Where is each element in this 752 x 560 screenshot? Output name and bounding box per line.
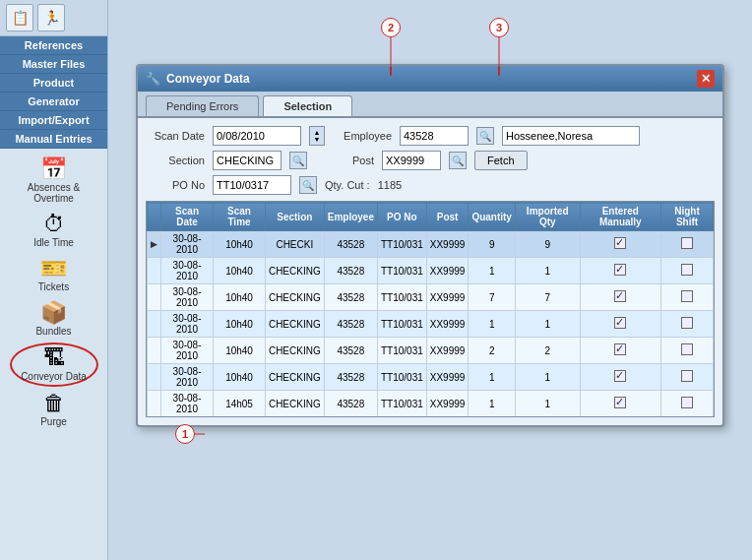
form-row-scan-date: Scan Date ▲▼ Employee 🔍 xyxy=(146,126,715,146)
cell-po-no: TT10/031 xyxy=(377,391,426,417)
section-search-button[interactable]: 🔍 xyxy=(289,152,307,169)
col-header-po-no[interactable]: PO No xyxy=(377,203,426,231)
qty-cut-label: Qty. Cut : xyxy=(325,179,370,191)
col-header-entered-manually[interactable]: Entered Manually xyxy=(580,203,660,231)
row-arrow-cell xyxy=(148,364,161,391)
cell-employee: 43528 xyxy=(324,311,377,338)
document-icon[interactable]: 📋 xyxy=(6,4,33,31)
tab-selection[interactable]: Selection xyxy=(263,95,352,116)
cell-imported-qty: 2 xyxy=(515,417,580,418)
nav-master-files[interactable]: Master Files xyxy=(0,55,107,74)
scan-date-input[interactable] xyxy=(213,126,301,146)
cell-employee: 43528 xyxy=(324,338,377,364)
col-header-night-shift[interactable]: Night Shift xyxy=(661,203,714,231)
sidebar-item-absences[interactable]: 📅 Absences &Overtime xyxy=(10,155,98,208)
cell-post: XX9999 xyxy=(426,391,469,417)
cell-entered-manually xyxy=(580,311,660,338)
cell-imported-qty: 9 xyxy=(515,231,580,258)
cell-employee: 43528 xyxy=(324,364,377,391)
col-header-employee[interactable]: Employee xyxy=(324,203,377,231)
col-header-section[interactable]: Section xyxy=(265,203,324,231)
nav-references[interactable]: References xyxy=(0,36,107,55)
table-row[interactable]: 30-08-2010 10h40 CHECKING 43528 TT10/031… xyxy=(148,258,714,284)
cell-scan-date: 30-08-2010 xyxy=(161,391,214,417)
cell-scan-time: 14h05 xyxy=(214,391,266,417)
cell-po-no: TT10/031 xyxy=(377,364,426,391)
conveyor-icon: 🏗 xyxy=(43,347,65,369)
sidebar-icon-list: 📅 Absences &Overtime ⏱ Idle Time 🎫 Ticke… xyxy=(0,149,107,560)
purge-label: Purge xyxy=(40,416,67,427)
col-header-imported-qty[interactable]: Imported Qty xyxy=(515,203,580,231)
cell-post: XX9999 xyxy=(426,417,469,418)
nav-product[interactable]: Product xyxy=(0,74,107,93)
table-row[interactable]: 30-08-2010 10h40 CHECKING 43528 TT10/031… xyxy=(148,338,714,364)
nav-generator[interactable]: Generator xyxy=(0,93,107,111)
post-search-button[interactable]: 🔍 xyxy=(449,152,467,169)
fetch-button[interactable]: Fetch xyxy=(474,151,528,170)
sidebar-item-purge[interactable]: 🗑 Purge xyxy=(10,389,98,431)
table-row[interactable]: 30-08-2010 14h05 CHECKING 43528 TT10/031… xyxy=(148,391,714,417)
nav-manual-entries[interactable]: Manual Entries xyxy=(0,130,107,149)
cell-quantity: 1 xyxy=(469,391,516,417)
dialog-title-text: Conveyor Data xyxy=(166,72,250,86)
data-table: Scan Date Scan Time Section Employee PO … xyxy=(147,202,714,417)
post-input[interactable] xyxy=(382,151,441,170)
cell-scan-time: 10h40 xyxy=(214,284,266,311)
table-row[interactable]: 30-08-2010 10h40 CHECKING 43528 TT10/031… xyxy=(148,284,714,311)
cell-po-no: TT10/031 xyxy=(377,338,426,364)
idle-time-icon: ⏱ xyxy=(43,214,65,235)
cell-entered-manually xyxy=(580,391,660,417)
sidebar-item-bundles[interactable]: 📦 Bundles xyxy=(10,298,98,341)
row-arrow-cell xyxy=(148,391,161,417)
employee-search-button[interactable]: 🔍 xyxy=(476,127,494,145)
run-icon[interactable]: 🏃 xyxy=(37,4,65,31)
sidebar-item-idle-time[interactable]: ⏱ Idle Time xyxy=(10,210,98,252)
employee-name-input[interactable] xyxy=(502,126,640,146)
col-header-post[interactable]: Post xyxy=(426,203,469,231)
pono-label: PO No xyxy=(146,179,205,191)
table-header-row: Scan Date Scan Time Section Employee PO … xyxy=(148,203,714,231)
cell-night-shift xyxy=(661,284,714,311)
tab-pending-errors[interactable]: Pending Errors xyxy=(146,95,259,116)
svg-marker-2 xyxy=(390,67,392,77)
form-row-section: Section 🔍 Post 🔍 Fetch xyxy=(146,151,715,170)
section-input[interactable] xyxy=(213,151,282,170)
pono-input[interactable] xyxy=(213,175,291,195)
cell-po-no: TT10/031 xyxy=(377,231,426,258)
cell-employee: 43528 xyxy=(324,284,377,311)
nav-import-export[interactable]: Import/Export xyxy=(0,111,107,130)
cell-post: XX9999 xyxy=(426,364,469,391)
table-row[interactable]: 30-08-2010 14h05 CHECKING 43528 TT10/031… xyxy=(148,417,714,418)
cell-night-shift xyxy=(661,391,714,417)
dialog-close-button[interactable]: ✕ xyxy=(697,70,715,88)
col-header-scan-time[interactable]: Scan Time xyxy=(214,203,266,231)
data-table-wrapper: Scan Date Scan Time Section Employee PO … xyxy=(146,201,715,417)
cell-post: XX9999 xyxy=(426,284,469,311)
qty-cut-value: 1185 xyxy=(378,179,402,191)
employee-input[interactable] xyxy=(400,126,469,146)
table-row[interactable]: ▶ 30-08-2010 10h40 CHECKI 43528 TT10/031… xyxy=(148,231,714,258)
cell-section: CHECKI xyxy=(265,231,324,258)
cell-scan-date: 30-08-2010 xyxy=(161,417,214,418)
post-label: Post xyxy=(315,155,374,166)
sidebar-item-conveyor-data[interactable]: 🏗 Conveyor Data xyxy=(10,342,98,387)
table-row[interactable]: 30-08-2010 10h40 CHECKING 43528 TT10/031… xyxy=(148,311,714,338)
cell-scan-date: 30-08-2010 xyxy=(161,231,214,258)
sidebar-item-tickets[interactable]: 🎫 Tickets xyxy=(10,254,98,296)
scan-date-spinner[interactable]: ▲▼ xyxy=(309,126,325,146)
cell-scan-time: 14h05 xyxy=(214,417,266,418)
col-header-scan-date[interactable]: Scan Date xyxy=(161,203,214,231)
dialog-content: Scan Date ▲▼ Employee 🔍 Section 🔍 Post 🔍… xyxy=(138,118,722,425)
dialog-tabs: Pending Errors Selection xyxy=(138,92,722,118)
cell-entered-manually xyxy=(580,417,660,418)
cell-employee: 43528 xyxy=(324,391,377,417)
annotation-2: 2 xyxy=(381,18,401,37)
pono-search-button[interactable]: 🔍 xyxy=(299,176,317,194)
table-row[interactable]: 30-08-2010 10h40 CHECKING 43528 TT10/031… xyxy=(148,364,714,391)
cell-po-no: TT10/031 xyxy=(377,258,426,284)
purge-icon: 🗑 xyxy=(43,393,65,414)
cell-quantity: 1 xyxy=(469,258,516,284)
col-header-quantity[interactable]: Quantity xyxy=(469,203,516,231)
sidebar: 📋 🏃 References Master Files Product Gene… xyxy=(0,0,108,560)
cell-quantity: 1 xyxy=(469,364,516,391)
